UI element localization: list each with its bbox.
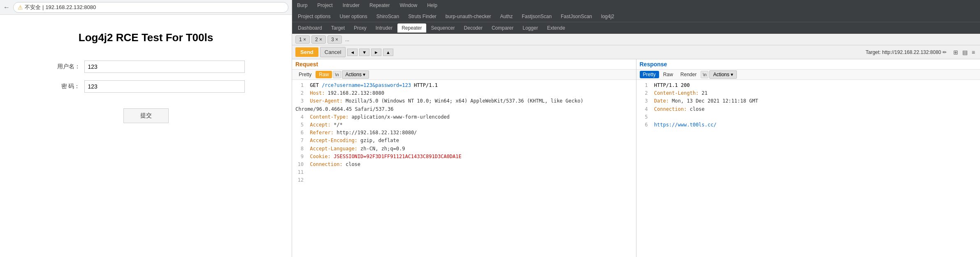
url-display: |	[42, 4, 44, 10]
resp-line-2: 2 Content-Length: 21	[640, 89, 977, 97]
target-label: Target: http://192.168.22.132:8080	[866, 49, 941, 55]
request-tab-more[interactable]: ...	[344, 36, 351, 43]
req-line-5: 5 Accept: */*	[295, 121, 633, 129]
web-page-content: Log4j2 RCE Test For T00ls 用户名： 密 码： 提交	[0, 15, 292, 257]
username-label: 用户名：	[47, 63, 80, 70]
req-line-3: 3 User-Agent: Mozilla/5.0 (Windows NT 10…	[295, 97, 633, 113]
tab-shiroscan[interactable]: ShiroScan	[372, 12, 403, 21]
tab-dashboard[interactable]: Dashboard	[294, 23, 326, 33]
req-line-4: 4 Content-Type: application/x-www-form-u…	[295, 113, 633, 121]
tab-user-options[interactable]: User options	[335, 12, 371, 21]
view-grid-icon[interactable]: ▤	[961, 48, 969, 56]
tab-decoder[interactable]: Decoder	[460, 23, 487, 33]
req-line-2: 2 Host: 192.168.22.132:8080	[295, 89, 633, 97]
resp-tab-pretty[interactable]: Pretty	[640, 71, 659, 78]
response-header: Response	[636, 59, 980, 70]
req-tab-raw[interactable]: Raw	[316, 71, 332, 78]
tab-fastjsonscan[interactable]: FastjsonScan	[518, 12, 556, 21]
username-input[interactable]	[84, 61, 245, 73]
request-tabs-row: 1 × 2 × 3 × ...	[292, 34, 980, 45]
browser-panel: ← ⚠ 不安全 | 192.168.22.132:8080 Log4j2 RCE…	[0, 0, 292, 257]
password-label: 密 码：	[47, 83, 80, 90]
submit-button[interactable]: 提交	[123, 108, 169, 123]
tab-project-options[interactable]: Project options	[294, 12, 334, 21]
request-tab-1[interactable]: 1 ×	[295, 35, 310, 44]
request-tab-2[interactable]: 2 ×	[311, 35, 326, 44]
tab-extender[interactable]: Extende	[543, 23, 569, 33]
view-list-icon[interactable]: ≡	[970, 48, 977, 56]
nav-left-button[interactable]: ◄	[347, 49, 358, 56]
tab-proxy[interactable]: Proxy	[350, 23, 371, 33]
password-input[interactable]	[84, 80, 245, 93]
req-tab-newline[interactable]: \n	[333, 71, 341, 78]
request-content[interactable]: 1 GET /rce?username=123&password=123 HTT…	[292, 80, 636, 257]
tab-target[interactable]: Target	[327, 23, 349, 33]
view-icons: ⊞ ▤ ≡	[952, 48, 977, 56]
req-actions-button[interactable]: Actions ▾	[342, 70, 369, 79]
url-text: 192.168.22.132:8080	[45, 4, 96, 10]
resp-line-3: 3 Date: Mon, 13 Dec 2021 12:11:18 GMT	[640, 97, 977, 105]
nav-tabs-row2: Dashboard Target Proxy Intruder Repeater…	[292, 22, 980, 34]
req-method: GET	[310, 82, 322, 88]
req-line-6: 6 Referer: http://192.168.22.132:8080/	[295, 129, 633, 137]
nav-up-button[interactable]: ▲	[383, 49, 393, 56]
request-format-tabs: Pretty Raw \n Actions ▾	[292, 70, 636, 80]
response-content[interactable]: 1 HTTP/1.1 200 2 Content-Length: 21 3 Da…	[636, 80, 980, 257]
page-title: Log4j2 RCE Test For T00ls	[79, 31, 213, 44]
burp-panel: Burp Project Intruder Repeater Window He…	[292, 0, 980, 257]
main-area: Request Pretty Raw \n Actions ▾ 1 GET /r…	[292, 59, 980, 257]
menu-help[interactable]: Help	[425, 1, 439, 10]
req-line-12: 12	[295, 176, 633, 184]
tab-comparer[interactable]: Comparer	[488, 23, 518, 33]
cancel-button[interactable]: Cancel	[320, 47, 346, 57]
browser-address-bar: ← ⚠ 不安全 | 192.168.22.132:8080	[0, 0, 292, 15]
view-split-icon[interactable]: ⊞	[952, 48, 960, 56]
toolbar: Send Cancel ◄ ▼ ► ▲ Target: http://192.1…	[292, 45, 980, 59]
edit-icon[interactable]: ✏	[943, 49, 947, 55]
request-header: Request	[292, 59, 636, 70]
response-pane: Response Pretty Raw Render \n Actions ▾ …	[636, 59, 980, 257]
resp-tab-raw[interactable]: Raw	[660, 71, 676, 78]
menu-bar: Burp Project Intruder Repeater Window He…	[292, 0, 980, 11]
back-icon[interactable]: ←	[3, 4, 10, 11]
menu-repeater[interactable]: Repeater	[368, 1, 391, 10]
tab-logger[interactable]: Logger	[518, 23, 542, 33]
req-url: /rce?username=123&password=123	[322, 82, 411, 88]
tab-authz[interactable]: Authz	[496, 12, 517, 21]
resp-line-6: 6 https://www.t00ls.cc/	[640, 121, 977, 129]
tab-intruder[interactable]: Intruder	[372, 23, 397, 33]
resp-dropdown-icon: ▾	[731, 72, 733, 77]
resp-actions-button[interactable]: Actions ▾	[709, 70, 736, 79]
nav-tabs-row1: Project options User options ShiroScan S…	[292, 11, 980, 22]
password-row: 密 码：	[47, 80, 245, 93]
tab-fastjsonscan2[interactable]: FastJsonScan	[557, 12, 596, 21]
tab-burp-unauth[interactable]: burp-unauth-checker	[441, 12, 495, 21]
warning-icon: ⚠	[18, 4, 23, 11]
menu-intruder[interactable]: Intruder	[341, 1, 361, 10]
resp-line-5: 5	[640, 113, 977, 121]
req-tab-pretty[interactable]: Pretty	[295, 71, 315, 78]
req-line-10: 10 Connection: close	[295, 161, 633, 168]
menu-project[interactable]: Project	[316, 1, 334, 10]
line-num-1: 1	[295, 82, 304, 89]
resp-line-1: 1 HTTP/1.1 200	[640, 82, 977, 89]
req-line-7: 7 Accept-Encoding: gzip, deflate	[295, 137, 633, 145]
resp-tab-newline[interactable]: \n	[701, 71, 708, 78]
request-pane: Request Pretty Raw \n Actions ▾ 1 GET /r…	[292, 59, 636, 257]
tab-log4j2[interactable]: log4j2	[597, 12, 618, 21]
tab-sequencer[interactable]: Sequencer	[427, 23, 459, 33]
username-row: 用户名：	[47, 61, 245, 73]
menu-window[interactable]: Window	[398, 1, 419, 10]
resp-actions-label: Actions	[713, 72, 729, 77]
resp-tab-render[interactable]: Render	[677, 71, 700, 78]
actions-label: Actions	[346, 72, 362, 77]
nav-right-button[interactable]: ►	[371, 49, 381, 56]
menu-burp[interactable]: Burp	[295, 1, 309, 10]
req-line-1: 1 GET /rce?username=123&password=123 HTT…	[295, 82, 633, 89]
nav-down-button[interactable]: ▼	[359, 49, 369, 56]
request-tab-3[interactable]: 3 ×	[327, 35, 342, 44]
tab-struts-finder[interactable]: Struts Finder	[404, 12, 441, 21]
req-line-8: 8 Accept-Language: zh-CN, zh;q=0.9	[295, 145, 633, 153]
tab-repeater[interactable]: Repeater	[397, 23, 426, 33]
send-button[interactable]: Send	[295, 47, 318, 57]
